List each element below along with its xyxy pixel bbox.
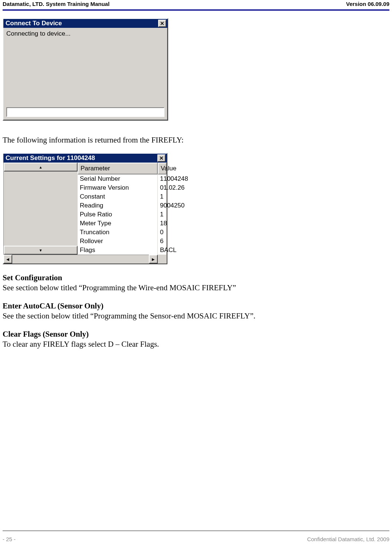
param-cell: Flags	[78, 246, 158, 255]
intro-paragraph: The following information is returned fr…	[3, 135, 386, 145]
scroll-corner	[158, 255, 167, 264]
value-cell: 1	[158, 210, 167, 219]
value-cell: 9004250	[158, 201, 167, 210]
header-left: Datamatic, LTD. System Training Manual	[3, 1, 110, 7]
section-body-enter-autocal: See the section below titled “Programmin…	[3, 311, 386, 321]
scroll-up-icon[interactable]: ▲	[4, 163, 78, 171]
connect-dialog: Connect To Device ✕ Connecting to device…	[3, 18, 168, 121]
value-cell: 6	[158, 237, 167, 246]
close-icon[interactable]: ✕	[157, 154, 166, 162]
scroll-right-icon[interactable]: ▶	[149, 255, 158, 264]
connect-dialog-title: Connect To Device	[6, 20, 62, 27]
param-cell: Pulse Ratio	[78, 210, 158, 219]
section-title-clear-flags: Clear Flags (Sensor Only)	[3, 330, 386, 339]
vertical-scrollbar[interactable]: ▲ ▼	[3, 163, 78, 255]
param-cell: Constant	[78, 192, 158, 201]
close-icon[interactable]: ✕	[158, 20, 166, 27]
section-title-set-configuration: Set Configuration	[3, 273, 386, 282]
value-cell: 11004248	[158, 174, 167, 183]
value-cell: 18	[158, 219, 167, 228]
param-cell: Meter Type	[78, 219, 158, 228]
settings-dialog: Current Settings for 11004248 ✕ Paramete…	[3, 153, 167, 264]
copyright: Confidential Datamatic, Ltd. 2009	[307, 536, 389, 542]
scroll-left-icon[interactable]: ◀	[3, 255, 12, 264]
horizontal-scroll-track[interactable]	[12, 255, 149, 264]
settings-dialog-title: Current Settings for 11004248	[6, 154, 95, 162]
param-cell: Rollover	[78, 237, 158, 246]
value-cell: 1	[158, 192, 167, 201]
scroll-down-icon[interactable]: ▼	[4, 246, 78, 255]
section-title-enter-autocal: Enter AutoCAL (Sensor Only)	[3, 301, 386, 311]
value-cell: 0	[158, 228, 167, 237]
param-cell: Firmware Version	[78, 183, 158, 192]
param-cell: Serial Number	[78, 174, 158, 183]
vertical-scroll-track[interactable]	[4, 171, 78, 246]
value-cell: BACL	[158, 246, 167, 255]
section-body-set-configuration: See section below titled “Programming th…	[3, 283, 386, 292]
column-header-parameter[interactable]: Parameter	[78, 163, 158, 174]
header-right: Version 06.09.09	[346, 1, 389, 7]
progress-bar	[6, 107, 164, 117]
section-body-clear-flags: To clear any FIRELY flags select D – Cle…	[3, 340, 386, 349]
column-header-value[interactable]: Value	[158, 163, 167, 174]
horizontal-scrollbar[interactable]: ◀ ▶	[3, 255, 167, 264]
param-cell: Reading	[78, 201, 158, 210]
footer-rule	[3, 530, 389, 531]
header-rule	[3, 9, 389, 11]
page-number: - 25 -	[3, 536, 16, 542]
param-cell: Truncation	[78, 228, 158, 237]
value-cell: 01.02.26	[158, 183, 167, 192]
connect-dialog-message: Connecting to device...	[6, 30, 164, 37]
